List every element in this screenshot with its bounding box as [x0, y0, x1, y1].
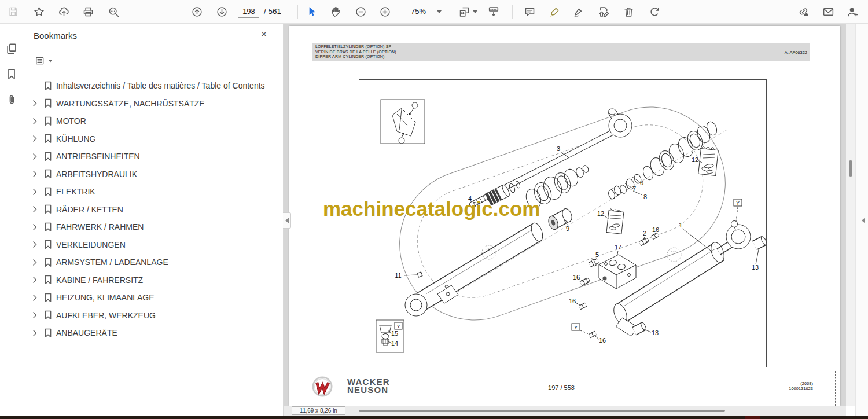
comment-icon	[524, 6, 536, 18]
bookmark-label: KABINE / FAHRERSITZ	[56, 275, 143, 285]
bookmark-item[interactable]: WARTUNGSSÄTZE, NACHRÜSTSÄTZE	[23, 95, 282, 112]
expand-chevron-icon[interactable]	[32, 171, 39, 178]
callout: 15	[391, 330, 398, 337]
zoom-out-button[interactable]	[352, 3, 369, 20]
horizontal-scrollbar-thumb[interactable]	[359, 410, 725, 412]
bookmark-options-button[interactable]	[32, 53, 58, 69]
divider	[60, 53, 60, 68]
sign-button[interactable]	[570, 3, 587, 20]
bookmark-label: KÜHLUNG	[56, 134, 95, 144]
expand-chevron-icon[interactable]	[32, 135, 39, 142]
bookmark-item[interactable]: KABINE / FAHRERSITZ	[23, 271, 282, 289]
bookmark-item[interactable]: MOTOR	[23, 112, 282, 130]
bookmark-label: ARMSYSTEM / LADEANLAGE	[56, 258, 168, 267]
share-cloud-button[interactable]	[55, 3, 72, 20]
select-icon	[306, 6, 317, 17]
bookmark-item[interactable]: Inhaltsverzeichnis / Table des matières …	[23, 77, 282, 94]
page-down-button[interactable]	[213, 3, 230, 20]
collapse-right-panel-handle[interactable]	[859, 214, 867, 227]
toolbar-divider	[512, 5, 513, 19]
zoom-level-control[interactable]: 75%	[403, 3, 445, 20]
taskbar-chip	[745, 416, 760, 419]
page-size-indicator: 11,69 x 8,26 in	[292, 406, 345, 415]
bookmark-item[interactable]: ARBEITSHYDRAULIK	[23, 166, 282, 183]
callout: 11	[395, 272, 401, 279]
vertical-scrollbar-thumb[interactable]	[849, 160, 852, 177]
delete-button[interactable]	[620, 3, 637, 20]
rotate-icon	[649, 6, 661, 18]
callout: 16	[652, 226, 659, 233]
status-bar: 11,69 x 8,26 in	[284, 406, 846, 416]
callout: 14	[391, 340, 398, 347]
star-button[interactable]	[30, 3, 47, 20]
bookmark-icon	[44, 204, 52, 214]
rotate-button[interactable]	[646, 3, 663, 20]
print-button[interactable]	[79, 3, 97, 20]
page-number-input[interactable]	[238, 5, 259, 18]
save-button[interactable]	[5, 3, 22, 20]
bookmark-item[interactable]: HEIZUNG, KLIMAANLAGE	[23, 289, 282, 306]
hand-tool-button[interactable]	[328, 3, 345, 20]
vertical-scrollbar[interactable]	[846, 24, 855, 406]
bookmark-label: ANBAUGERÄTE	[56, 328, 117, 337]
bookmark-item[interactable]: ARMSYSTEM / LADEANLAGE	[23, 253, 282, 271]
bookmark-item[interactable]: RÄDER / KETTEN	[23, 201, 282, 218]
page-total-label: / 561	[264, 7, 281, 16]
fit-options-button[interactable]	[455, 3, 473, 20]
edit-page-button[interactable]	[595, 3, 612, 20]
bookmark-item[interactable]: ANTRIEBSEINHEITEN	[23, 148, 282, 165]
attachments-icon	[6, 94, 18, 106]
page-display-button[interactable]	[485, 3, 502, 20]
select-tool-button[interactable]	[303, 3, 320, 20]
page-thumbnails-button[interactable]	[3, 40, 20, 57]
email-button[interactable]	[819, 3, 837, 20]
share-link-button[interactable]	[795, 3, 812, 20]
highlight-icon	[549, 6, 561, 18]
bookmarks-panel-button[interactable]	[3, 65, 20, 83]
bookmark-icon	[44, 169, 52, 179]
highlight-button[interactable]	[546, 3, 563, 20]
page-up-button[interactable]	[188, 3, 205, 20]
expand-chevron-icon[interactable]	[32, 241, 39, 248]
bookmark-label: RÄDER / KETTEN	[56, 205, 123, 214]
doc-number: 1000131623	[770, 386, 813, 391]
bookmark-item[interactable]: AUFKLEBER, WERKZEUG	[23, 307, 282, 324]
expand-chevron-icon[interactable]	[32, 117, 39, 124]
callout: 8	[643, 193, 647, 200]
bookmark-item[interactable]: ANBAUGERÄTE	[23, 324, 282, 341]
bookmark-item[interactable]: FAHRWERK / RAHMEN	[23, 218, 282, 236]
close-panel-button[interactable]: ×	[257, 27, 271, 41]
expand-chevron-icon[interactable]	[32, 294, 39, 301]
document-area: LÖFFELSTIELZYLINDER (OPTION) SP VERIN DE…	[284, 24, 846, 406]
expand-chevron-icon[interactable]	[32, 188, 39, 195]
bookmark-icon	[44, 81, 52, 91]
add-user-button[interactable]	[844, 3, 861, 20]
expand-chevron-icon[interactable]	[32, 312, 39, 319]
bookmark-icon	[44, 275, 52, 285]
catalog-page-number: 197 / 558	[521, 384, 602, 391]
expand-chevron-icon[interactable]	[32, 223, 39, 230]
options-list-icon	[35, 56, 46, 67]
expand-chevron-icon[interactable]	[32, 206, 39, 213]
collapse-left-panel-handle[interactable]	[283, 212, 291, 229]
attachments-button[interactable]	[3, 91, 20, 108]
trim-mark	[835, 371, 836, 406]
expand-chevron-icon[interactable]	[32, 277, 39, 284]
comment-button[interactable]	[521, 3, 538, 20]
callout: 16	[599, 337, 606, 344]
bookmark-icon	[44, 240, 52, 249]
zoom-in-button[interactable]	[376, 3, 393, 20]
bookmark-item[interactable]: ELEKTRIK	[23, 183, 282, 200]
bookmark-item[interactable]: VERKLEIDUNGEN	[23, 236, 282, 253]
expand-chevron-icon[interactable]	[32, 259, 39, 266]
expand-chevron-icon[interactable]	[32, 329, 39, 336]
expand-chevron-icon[interactable]	[32, 100, 39, 107]
chevron-down-icon[interactable]	[473, 10, 477, 13]
expand-chevron-icon[interactable]	[32, 153, 39, 160]
bookmark-item[interactable]: KÜHLUNG	[23, 130, 282, 148]
page-down-icon	[216, 6, 228, 18]
toolbar: / 561 75%	[0, 0, 868, 24]
bookmark-label: HEIZUNG, KLIMAANLAGE	[56, 293, 155, 302]
search-button[interactable]	[105, 3, 122, 20]
wacker-neuson-logo	[311, 376, 333, 398]
